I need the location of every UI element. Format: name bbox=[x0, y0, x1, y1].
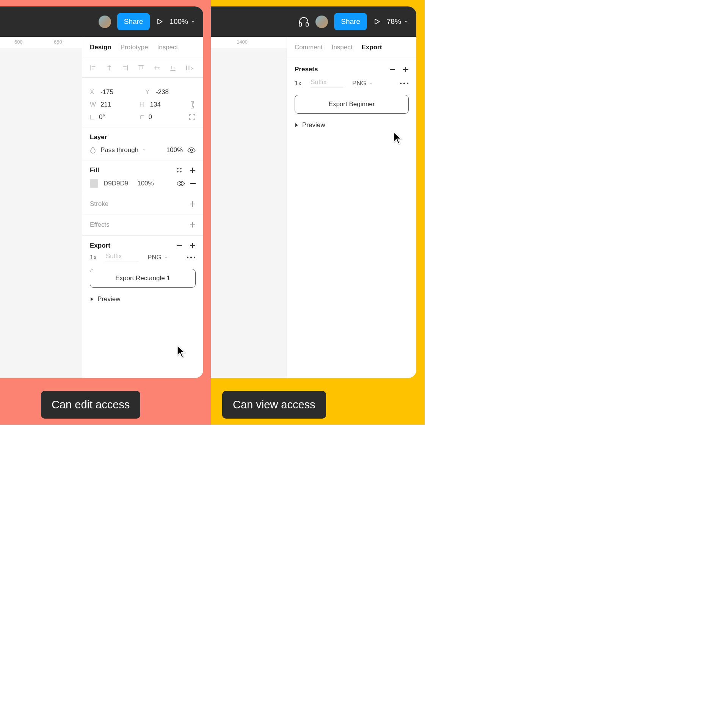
tab-comment[interactable]: Comment bbox=[295, 44, 323, 51]
x-field[interactable]: X-175 bbox=[90, 88, 139, 96]
cursor-icon bbox=[393, 131, 403, 146]
zoom-value: 78% bbox=[387, 17, 401, 26]
ruler-tick: 650 bbox=[54, 39, 62, 45]
toolbar: Share 100% bbox=[0, 6, 203, 37]
tab-design[interactable]: Design bbox=[90, 44, 111, 51]
constrain-proportions-icon[interactable] bbox=[189, 100, 196, 109]
color-hex-field[interactable]: D9D9D9 bbox=[104, 180, 128, 187]
align-hcenter-icon[interactable] bbox=[106, 64, 113, 71]
align-right-icon[interactable] bbox=[122, 64, 129, 71]
fill-opacity-field[interactable]: 100% bbox=[137, 180, 154, 187]
presets-section: Presets 1x Suffix PNG Export Beginner bbox=[287, 58, 416, 135]
corner-radius-icon bbox=[140, 115, 145, 120]
add-export-icon[interactable] bbox=[190, 243, 196, 249]
align-top-icon[interactable] bbox=[138, 64, 144, 71]
app-window-view: Share 78% 1400 Comment Inspect Export Pr… bbox=[211, 6, 416, 378]
avatar[interactable] bbox=[99, 16, 111, 28]
export-scale-field[interactable]: 1x bbox=[90, 254, 97, 261]
visibility-icon[interactable] bbox=[187, 147, 196, 153]
layer-opacity-field[interactable]: 100% bbox=[166, 146, 183, 154]
stroke-title: Stroke bbox=[90, 200, 108, 208]
ruler-tick: 600 bbox=[14, 39, 23, 45]
export-title: Export bbox=[90, 242, 110, 249]
blend-mode-dropdown[interactable]: Pass through bbox=[100, 146, 146, 154]
play-icon[interactable] bbox=[156, 18, 163, 25]
layer-section: Layer Pass through 100% bbox=[82, 127, 203, 160]
chevron-down-icon bbox=[190, 19, 196, 24]
add-effect-icon[interactable] bbox=[190, 222, 196, 228]
svg-point-1 bbox=[177, 168, 179, 169]
preview-toggle[interactable]: Preview bbox=[90, 295, 196, 303]
remove-preset-icon[interactable] bbox=[390, 69, 395, 70]
access-badge-view: Can view access bbox=[222, 391, 326, 419]
distribute-icon[interactable] bbox=[185, 64, 194, 71]
independent-corners-icon[interactable] bbox=[189, 114, 196, 121]
zoom-dropdown[interactable]: 78% bbox=[387, 17, 409, 26]
y-field[interactable]: Y-238 bbox=[145, 88, 195, 96]
align-vcenter-icon[interactable] bbox=[154, 64, 160, 71]
h-field[interactable]: H134 bbox=[140, 101, 183, 108]
export-options-icon[interactable] bbox=[187, 256, 196, 259]
export-suffix-field[interactable]: Suffix bbox=[106, 253, 138, 262]
style-library-icon[interactable] bbox=[177, 168, 182, 173]
preset-suffix-field[interactable]: Suffix bbox=[311, 78, 343, 88]
preset-options-icon[interactable] bbox=[400, 82, 409, 85]
access-badge-edit: Can edit access bbox=[41, 391, 140, 419]
blend-mode-icon[interactable] bbox=[90, 147, 96, 154]
add-fill-icon[interactable] bbox=[190, 167, 196, 173]
svg-rect-9 bbox=[299, 23, 301, 26]
share-button[interactable]: Share bbox=[117, 13, 150, 30]
preset-scale-field[interactable]: 1x bbox=[295, 80, 301, 87]
fill-visibility-icon[interactable] bbox=[177, 180, 185, 187]
properties-panel: Comment Inspect Export Presets 1x Suffix… bbox=[287, 37, 416, 378]
svg-point-6 bbox=[187, 256, 188, 258]
app-window-edit: Share 100% 550 600 650 Design Prototype … bbox=[0, 6, 203, 378]
tab-inspect[interactable]: Inspect bbox=[332, 44, 353, 51]
toolbar: Share 78% bbox=[211, 6, 416, 37]
export-button[interactable]: Export Beginner bbox=[295, 95, 409, 114]
svg-point-13 bbox=[407, 82, 408, 84]
svg-rect-10 bbox=[306, 23, 308, 26]
color-swatch[interactable] bbox=[90, 179, 98, 188]
caret-right-icon bbox=[90, 297, 94, 301]
play-icon[interactable] bbox=[373, 18, 381, 25]
add-stroke-icon[interactable] bbox=[190, 201, 196, 207]
remove-export-icon[interactable] bbox=[177, 245, 182, 246]
stroke-section: Stroke bbox=[82, 194, 203, 215]
caret-right-icon bbox=[295, 123, 298, 127]
svg-point-7 bbox=[190, 256, 192, 258]
headphones-icon[interactable] bbox=[298, 16, 309, 27]
w-field[interactable]: W211 bbox=[90, 101, 133, 108]
export-format-dropdown[interactable]: PNG bbox=[147, 254, 168, 261]
canvas[interactable] bbox=[211, 49, 287, 378]
tab-inspect[interactable]: Inspect bbox=[157, 44, 178, 51]
preview-toggle[interactable]: Preview bbox=[295, 121, 409, 129]
remove-fill-icon[interactable] bbox=[190, 183, 196, 184]
layer-title: Layer bbox=[90, 133, 196, 141]
align-left-icon[interactable] bbox=[90, 64, 97, 71]
chevron-down-icon bbox=[403, 19, 409, 24]
svg-point-11 bbox=[400, 82, 402, 84]
canvas[interactable] bbox=[0, 49, 82, 378]
tab-prototype[interactable]: Prototype bbox=[121, 44, 148, 51]
svg-point-4 bbox=[180, 171, 182, 173]
panel-tabs: Comment Inspect Export bbox=[287, 37, 416, 58]
export-section: Export 1x Suffix PNG Export Rectangle 1 bbox=[82, 236, 203, 309]
preset-format-dropdown[interactable]: PNG bbox=[352, 80, 373, 87]
align-bottom-icon[interactable] bbox=[169, 64, 176, 71]
share-button[interactable]: Share bbox=[334, 13, 367, 30]
zoom-dropdown[interactable]: 100% bbox=[169, 17, 196, 26]
alignment-controls bbox=[82, 58, 203, 78]
rotation-field[interactable]: 0° bbox=[90, 113, 133, 121]
tab-export[interactable]: Export bbox=[362, 44, 382, 51]
avatar[interactable] bbox=[315, 16, 328, 28]
effects-section: Effects bbox=[82, 215, 203, 236]
presets-title: Presets bbox=[295, 66, 318, 73]
corner-radius-field[interactable]: 0 bbox=[140, 113, 183, 121]
position-section: X-175 Y-238 W211 H134 0° 0 bbox=[82, 78, 203, 127]
export-button[interactable]: Export Rectangle 1 bbox=[90, 269, 196, 288]
svg-point-5 bbox=[180, 182, 182, 185]
fill-title: Fill bbox=[90, 166, 99, 174]
properties-panel: Design Prototype Inspect X-175 Y-238 bbox=[82, 37, 203, 378]
add-preset-icon[interactable] bbox=[403, 66, 409, 72]
